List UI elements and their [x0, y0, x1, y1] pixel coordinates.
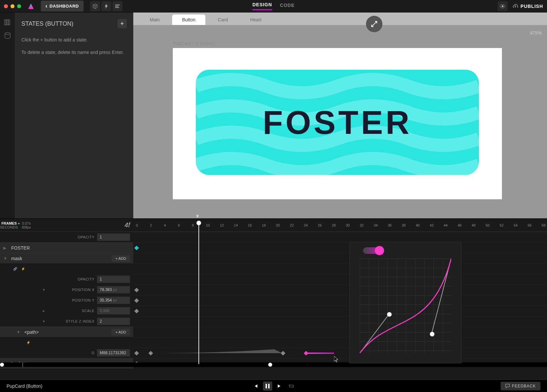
link-icon[interactable]: 🔗: [13, 267, 17, 271]
scale-input[interactable]: [97, 307, 130, 314]
play-pause-button[interactable]: [263, 381, 272, 391]
artboard[interactable]: FOSTER: [173, 48, 502, 199]
ruler-tick: 48: [472, 223, 476, 227]
curve-toggle[interactable]: [363, 247, 383, 254]
top-icon-group: [90, 1, 122, 11]
chevron-down-icon[interactable]: ▼: [3, 256, 9, 261]
cloud-upload-icon: [513, 4, 518, 9]
states-sidebar: STATES (BUTTON) + Click the + button to …: [15, 12, 133, 218]
icon-rail: [0, 12, 15, 218]
layer-foster[interactable]: FOSTER: [11, 245, 130, 251]
chevron-down-icon[interactable]: ▾: [43, 287, 48, 292]
ruler-tick: 14: [234, 223, 238, 227]
sidebar-title: STATES (BUTTON): [21, 20, 73, 27]
timeline-body: OPACITY ▶ FOSTER ▼ mask + ADD 🔗 ⚡ OPACIT…: [0, 232, 547, 380]
ruler-tick: 38: [402, 223, 406, 227]
ruler-tick: 40: [416, 223, 420, 227]
publish-button[interactable]: PUBLISH: [513, 4, 543, 9]
tab-code[interactable]: CODE: [280, 3, 295, 10]
current-frame: 4f: [124, 221, 130, 229]
tab-card[interactable]: Card: [208, 14, 238, 25]
position-x-input[interactable]: 78.383 px: [97, 286, 130, 293]
timeline-ruler[interactable]: 9 02468101214161820222426283032343638404…: [133, 219, 547, 232]
mode-tabs: DESIGN CODE: [252, 2, 295, 10]
cube-icon[interactable]: [90, 1, 100, 11]
feedback-button[interactable]: FEEDBACK: [501, 382, 540, 390]
ruler-tick: 2: [150, 223, 152, 227]
skip-back-button[interactable]: [251, 381, 260, 391]
timeline-header: FRAMES ● 0.07s SECONDS 60fps 4f 9 024681…: [0, 219, 547, 232]
ruler-tick: 8: [192, 223, 194, 227]
loop-button[interactable]: [287, 381, 296, 391]
add-state-button[interactable]: +: [117, 19, 127, 28]
ruler-tick: 18: [262, 223, 266, 227]
d-path-input[interactable]: [97, 349, 130, 356]
bezier-handle-1[interactable]: [387, 312, 392, 317]
ruler-tick: 52: [500, 223, 504, 227]
scrubber-playhead-handle[interactable]: [268, 363, 272, 367]
chevron-right-icon[interactable]: ▸: [43, 308, 48, 313]
ruler-tick: 34: [374, 223, 378, 227]
chevron-right-icon[interactable]: ▶: [3, 246, 9, 250]
ruler-tick: 36: [388, 223, 392, 227]
svg-marker-2: [105, 4, 108, 9]
bolt-small-icon[interactable]: ⚡: [26, 341, 30, 344]
ruler-tick: 22: [290, 223, 294, 227]
chevron-down-icon[interactable]: ▼: [16, 330, 22, 334]
tab-main[interactable]: Main: [140, 14, 169, 25]
data-icon[interactable]: [4, 32, 11, 39]
zoom-label: 475%: [530, 30, 542, 36]
ruler-tick: 6: [178, 223, 180, 227]
cursor-icon: [334, 356, 339, 363]
ruler-tick: 46: [458, 223, 462, 227]
tracks-area[interactable]: [133, 232, 547, 380]
add-property-button[interactable]: + ADD: [112, 329, 130, 335]
z-index-input[interactable]: [97, 318, 130, 325]
tab-button[interactable]: Button: [172, 14, 205, 25]
ruler-tick: 44: [444, 223, 448, 227]
ruler-tick: 12: [220, 223, 224, 227]
layer-mask[interactable]: mask: [11, 256, 109, 261]
close-window-button[interactable]: [4, 4, 8, 8]
eye-icon[interactable]: [498, 1, 508, 11]
ruler-tick: 56: [528, 223, 532, 227]
foster-text: FOSTER: [263, 104, 412, 141]
bezier-handle-2[interactable]: [430, 332, 434, 336]
bolt-small-icon[interactable]: ⚡: [21, 267, 25, 271]
svg-marker-1: [30, 3, 32, 6]
app-logo-icon: [28, 3, 34, 10]
minimize-window-button[interactable]: [11, 4, 14, 8]
tab-design[interactable]: DESIGN: [252, 2, 272, 10]
bezier-curve-icon: [360, 258, 451, 353]
add-property-button[interactable]: + ADD: [112, 255, 130, 262]
bolt-icon[interactable]: [101, 1, 111, 11]
svg-point-6: [502, 5, 504, 7]
library-icon[interactable]: [4, 19, 11, 26]
timeline-scrubber[interactable]: [0, 362, 547, 367]
maximize-window-button[interactable]: [17, 4, 21, 8]
curve-editor[interactable]: [350, 242, 461, 363]
position-y-input[interactable]: 35.354 px: [97, 297, 130, 304]
opacity-input[interactable]: [97, 233, 130, 241]
curve-grid[interactable]: [360, 258, 451, 353]
foster-button-preview: FOSTER: [196, 70, 479, 175]
canvas-viewport[interactable]: 475% PupCard ( ⟳ Button) FOSTER: [133, 25, 547, 218]
skip-forward-button[interactable]: [275, 381, 284, 391]
dashboard-back-button[interactable]: DASHBOARD: [41, 1, 84, 12]
ruler-tick: 20: [276, 223, 280, 227]
playhead[interactable]: 9: [198, 223, 199, 364]
layer-path[interactable]: <path>: [24, 330, 109, 335]
svg-rect-7: [5, 20, 6, 25]
publish-area: PUBLISH: [498, 1, 543, 11]
chevron-down-icon[interactable]: ▾: [43, 319, 48, 324]
bottom-bar: PupCard (Button) FEEDBACK: [0, 380, 547, 392]
mask-opacity-input[interactable]: [97, 276, 130, 283]
sidebar-help-1: Click the + button to add a state.: [21, 36, 127, 43]
tab-heart[interactable]: Heart: [240, 14, 271, 25]
ruler-tick: 32: [360, 223, 364, 227]
timeline: FRAMES ● 0.07s SECONDS 60fps 4f 9 024681…: [0, 218, 547, 380]
svg-rect-8: [7, 20, 8, 25]
align-icon[interactable]: [113, 1, 122, 11]
detach-icon[interactable]: [366, 16, 382, 32]
scrubber-start-handle[interactable]: [0, 363, 4, 367]
